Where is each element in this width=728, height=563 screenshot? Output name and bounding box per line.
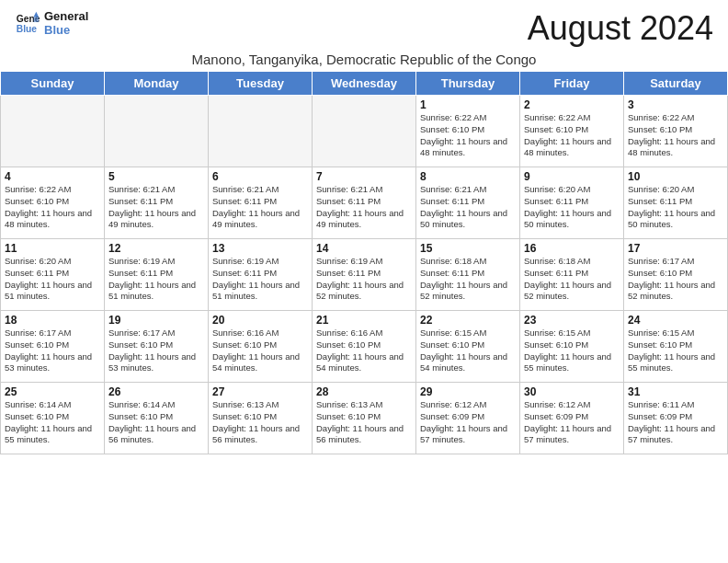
day-number: 19 [108,314,204,327]
calendar-cell: 24Sunrise: 6:15 AM Sunset: 6:10 PM Dayli… [624,311,728,383]
weekday-header-saturday: Saturday [624,72,728,96]
calendar-week-1: 1Sunrise: 6:22 AM Sunset: 6:10 PM Daylig… [1,96,728,167]
day-number: 11 [5,242,100,255]
calendar-cell: 29Sunrise: 6:12 AM Sunset: 6:09 PM Dayli… [416,383,520,454]
calendar-cell: 18Sunrise: 6:17 AM Sunset: 6:10 PM Dayli… [1,311,105,383]
header: General Blue General Blue August 2024 [0,0,728,52]
day-number: 4 [5,170,100,183]
calendar-cell: 15Sunrise: 6:18 AM Sunset: 6:11 PM Dayli… [416,239,520,311]
day-number: 13 [212,242,308,255]
day-number: 6 [212,170,308,183]
calendar-cell: 6Sunrise: 6:21 AM Sunset: 6:11 PM Daylig… [209,167,313,239]
day-info: Sunrise: 6:17 AM Sunset: 6:10 PM Dayligh… [628,256,723,303]
calendar-cell: 21Sunrise: 6:16 AM Sunset: 6:10 PM Dayli… [313,311,416,383]
day-info: Sunrise: 6:18 AM Sunset: 6:11 PM Dayligh… [524,256,620,303]
calendar-cell: 10Sunrise: 6:20 AM Sunset: 6:11 PM Dayli… [624,167,728,239]
calendar-week-5: 25Sunrise: 6:14 AM Sunset: 6:10 PM Dayli… [1,383,728,454]
day-number: 17 [628,242,723,255]
calendar-cell: 4Sunrise: 6:22 AM Sunset: 6:10 PM Daylig… [1,167,105,239]
logo-line1: General [44,9,88,23]
logo-icon: General Blue [15,10,40,36]
calendar-cell: 26Sunrise: 6:14 AM Sunset: 6:10 PM Dayli… [105,383,209,454]
day-info: Sunrise: 6:17 AM Sunset: 6:10 PM Dayligh… [108,327,204,374]
day-info: Sunrise: 6:20 AM Sunset: 6:11 PM Dayligh… [628,184,723,231]
day-number: 8 [420,170,516,183]
day-number: 5 [108,170,204,183]
day-number: 29 [420,385,516,398]
calendar-cell: 5Sunrise: 6:21 AM Sunset: 6:11 PM Daylig… [105,167,209,239]
day-number: 10 [628,170,723,183]
calendar-cell: 3Sunrise: 6:22 AM Sunset: 6:10 PM Daylig… [624,96,728,167]
day-number: 18 [5,314,100,327]
day-number: 20 [212,314,308,327]
calendar-cell: 1Sunrise: 6:22 AM Sunset: 6:10 PM Daylig… [416,96,520,167]
calendar-cell [1,96,105,167]
day-info: Sunrise: 6:22 AM Sunset: 6:10 PM Dayligh… [5,184,100,231]
calendar-cell: 25Sunrise: 6:14 AM Sunset: 6:10 PM Dayli… [1,383,105,454]
subtitle-container: Manono, Tanganyika, Democratic Republic … [0,52,728,67]
calendar-week-3: 11Sunrise: 6:20 AM Sunset: 6:11 PM Dayli… [1,239,728,311]
calendar-cell: 13Sunrise: 6:19 AM Sunset: 6:11 PM Dayli… [209,239,313,311]
day-info: Sunrise: 6:20 AM Sunset: 6:11 PM Dayligh… [524,184,620,231]
day-info: Sunrise: 6:12 AM Sunset: 6:09 PM Dayligh… [524,399,620,446]
day-info: Sunrise: 6:22 AM Sunset: 6:10 PM Dayligh… [628,112,723,159]
main-title: August 2024 [528,9,713,48]
calendar-header-row: SundayMondayTuesdayWednesdayThursdayFrid… [1,72,728,96]
day-info: Sunrise: 6:14 AM Sunset: 6:10 PM Dayligh… [108,399,204,446]
logo: General Blue General Blue [15,9,88,37]
calendar-cell: 12Sunrise: 6:19 AM Sunset: 6:11 PM Dayli… [105,239,209,311]
day-info: Sunrise: 6:19 AM Sunset: 6:11 PM Dayligh… [316,256,412,303]
day-number: 1 [420,98,516,111]
day-number: 3 [628,98,723,111]
calendar-cell: 28Sunrise: 6:13 AM Sunset: 6:10 PM Dayli… [313,383,416,454]
calendar-cell: 9Sunrise: 6:20 AM Sunset: 6:11 PM Daylig… [520,167,624,239]
day-number: 21 [316,314,412,327]
calendar-table: SundayMondayTuesdayWednesdayThursdayFrid… [0,71,728,454]
calendar-cell: 2Sunrise: 6:22 AM Sunset: 6:10 PM Daylig… [520,96,624,167]
calendar-cell [209,96,313,167]
calendar-cell: 8Sunrise: 6:21 AM Sunset: 6:11 PM Daylig… [416,167,520,239]
day-number: 25 [5,385,100,398]
calendar-cell: 16Sunrise: 6:18 AM Sunset: 6:11 PM Dayli… [520,239,624,311]
weekday-header-monday: Monday [105,72,209,96]
day-number: 7 [316,170,412,183]
day-number: 23 [524,314,620,327]
calendar-cell: 17Sunrise: 6:17 AM Sunset: 6:10 PM Dayli… [624,239,728,311]
day-number: 14 [316,242,412,255]
day-number: 28 [316,385,412,398]
weekday-header-friday: Friday [520,72,624,96]
day-info: Sunrise: 6:19 AM Sunset: 6:11 PM Dayligh… [212,256,308,303]
day-info: Sunrise: 6:12 AM Sunset: 6:09 PM Dayligh… [420,399,516,446]
day-info: Sunrise: 6:11 AM Sunset: 6:09 PM Dayligh… [628,399,723,446]
day-info: Sunrise: 6:16 AM Sunset: 6:10 PM Dayligh… [212,327,308,374]
day-info: Sunrise: 6:21 AM Sunset: 6:11 PM Dayligh… [108,184,204,231]
day-info: Sunrise: 6:15 AM Sunset: 6:10 PM Dayligh… [524,327,620,374]
day-number: 16 [524,242,620,255]
logo-line2: Blue [44,23,88,37]
day-number: 31 [628,385,723,398]
calendar-cell: 11Sunrise: 6:20 AM Sunset: 6:11 PM Dayli… [1,239,105,311]
day-number: 9 [524,170,620,183]
day-info: Sunrise: 6:22 AM Sunset: 6:10 PM Dayligh… [420,112,516,159]
calendar-cell [105,96,209,167]
calendar-subtitle: Manono, Tanganyika, Democratic Republic … [0,52,728,67]
calendar-cell: 19Sunrise: 6:17 AM Sunset: 6:10 PM Dayli… [105,311,209,383]
day-number: 30 [524,385,620,398]
day-info: Sunrise: 6:21 AM Sunset: 6:11 PM Dayligh… [212,184,308,231]
svg-marker-3 [34,17,40,22]
weekday-header-wednesday: Wednesday [313,72,416,96]
day-info: Sunrise: 6:15 AM Sunset: 6:10 PM Dayligh… [628,327,723,374]
day-info: Sunrise: 6:22 AM Sunset: 6:10 PM Dayligh… [524,112,620,159]
day-number: 12 [108,242,204,255]
day-info: Sunrise: 6:18 AM Sunset: 6:11 PM Dayligh… [420,256,516,303]
day-info: Sunrise: 6:14 AM Sunset: 6:10 PM Dayligh… [5,399,100,446]
day-info: Sunrise: 6:20 AM Sunset: 6:11 PM Dayligh… [5,256,100,303]
day-number: 26 [108,385,204,398]
day-info: Sunrise: 6:17 AM Sunset: 6:10 PM Dayligh… [5,327,100,374]
calendar-cell: 22Sunrise: 6:15 AM Sunset: 6:10 PM Dayli… [416,311,520,383]
day-info: Sunrise: 6:21 AM Sunset: 6:11 PM Dayligh… [420,184,516,231]
calendar-week-4: 18Sunrise: 6:17 AM Sunset: 6:10 PM Dayli… [1,311,728,383]
day-number: 15 [420,242,516,255]
calendar-cell: 20Sunrise: 6:16 AM Sunset: 6:10 PM Dayli… [209,311,313,383]
weekday-header-thursday: Thursday [416,72,520,96]
